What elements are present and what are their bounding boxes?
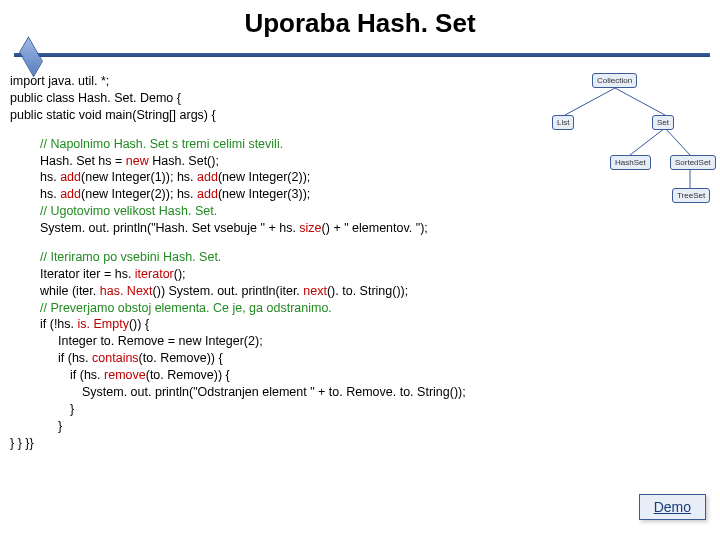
code-line: if (!hs. is. Empty()) {: [40, 316, 720, 333]
code-comment: // Iteriramo po vsebini Hash. Set.: [40, 249, 720, 266]
hierarchy-diagram: Collection List Set HashSet SortedSet Tr…: [520, 70, 710, 205]
diagram-node: List: [552, 115, 574, 130]
code-line: System. out. println("Odstranjen element…: [40, 384, 720, 401]
svg-line-1: [615, 88, 665, 115]
svg-line-3: [665, 128, 690, 155]
diagram-node: SortedSet: [670, 155, 716, 170]
code-line: Iterator iter = hs. iterator();: [40, 266, 720, 283]
svg-line-2: [630, 128, 665, 155]
diagram-node: TreeSet: [672, 188, 710, 203]
code-line: } } }}: [10, 435, 720, 452]
code-line: System. out. println("Hash. Set vsebuje …: [40, 220, 720, 237]
diagram-node: Collection: [592, 73, 637, 88]
title-rule: [0, 45, 720, 65]
slide-title: Uporaba Hash. Set: [0, 8, 720, 39]
code-line: Integer to. Remove = new Integer(2);: [40, 333, 720, 350]
code-comment: // Ugotovimo velikost Hash. Set.: [40, 203, 720, 220]
code-line: if (hs. contains(to. Remove)) {: [40, 350, 720, 367]
svg-line-0: [565, 88, 615, 115]
code-line: }: [40, 418, 720, 435]
diagram-node: Set: [652, 115, 674, 130]
code-line: if (hs. remove(to. Remove)) {: [40, 367, 720, 384]
diagram-node: HashSet: [610, 155, 651, 170]
code-line: while (iter. has. Next()) System. out. p…: [40, 283, 720, 300]
code-line: }: [40, 401, 720, 418]
demo-button[interactable]: Demo: [639, 494, 706, 520]
code-comment: // Preverjamo obstoj elementa. Ce je, ga…: [40, 300, 720, 317]
